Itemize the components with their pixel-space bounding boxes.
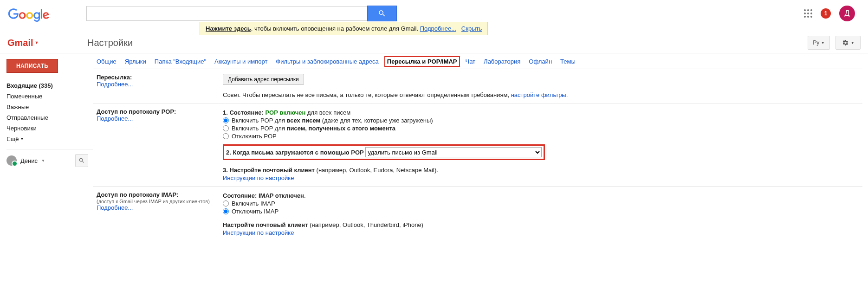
page-title: Настройки [87,38,133,48]
svg-point-1 [807,9,809,11]
imap-sublabel: (доступ к Gmail через IMAP из других кли… [97,199,223,204]
tab-highlight: Пересылка и POP/IMAP [384,56,460,67]
avatar[interactable]: Д [839,6,855,21]
apps-icon[interactable] [804,9,812,18]
hangouts-user[interactable]: Денис [20,157,38,164]
search-icon [378,9,386,18]
sidebar-item-4[interactable]: Черновики [6,123,93,134]
tab-2[interactable]: Папка "Входящие" [155,58,206,65]
imap-state: Состояние: IMAP отключен. [223,192,859,199]
notification-badge[interactable]: 1 [821,8,831,19]
forwarding-tip: Совет. Чтобы пересылать не все письма, а… [223,91,859,98]
svg-point-3 [804,13,806,14]
svg-point-4 [807,13,809,14]
notice-more-link[interactable]: Подробнее... [420,25,456,32]
pop-action-select[interactable]: удалить письмо из Gmail [365,147,542,157]
pop-option-off[interactable]: Отключить POP [223,133,859,140]
gmail-brand[interactable]: Gmail▼ [7,38,86,48]
language-button[interactable]: Ру ▼ [808,36,830,50]
sidebar-item-0[interactable]: Входящие (335) [6,80,93,91]
tab-0[interactable]: Общие [97,58,117,65]
google-logo[interactable] [7,6,77,24]
search-icon [78,157,85,164]
tab-3[interactable]: Аккаунты и импорт [214,58,267,65]
caret-down-icon[interactable]: ▼ [41,159,45,163]
svg-point-2 [810,9,812,11]
caret-down-icon: ▼ [20,137,24,141]
pop-option-now[interactable]: Включить POP для писем, полученных с это… [223,125,859,132]
gear-icon [842,39,849,46]
compose-button[interactable]: НАПИСАТЬ [6,59,58,73]
svg-point-8 [810,16,812,18]
imap-option-off[interactable]: Отключить IMAP [223,208,859,215]
search-button[interactable] [367,6,397,21]
presence-icon [6,155,17,166]
tab-5[interactable]: Пересылка и POP/IMAP [387,58,457,65]
imap-label: Доступ по протоколу IMAP: [97,191,223,198]
forwarding-more-link[interactable]: Подробнее... [97,81,133,88]
sidebar-item-1[interactable]: Помеченные [6,91,93,102]
svg-point-7 [807,16,809,18]
sidebar-item-3[interactable]: Отправленные [6,112,93,123]
add-forward-address-button[interactable]: Добавить адрес пересылки [223,74,304,85]
pop-more-link[interactable]: Подробнее... [97,115,133,122]
sidebar-more[interactable]: Ещё▼ [6,134,93,144]
pop-state: 1. Состояние: POP включен для всех писем [223,109,859,116]
tab-9[interactable]: Темы [560,58,576,65]
tab-6[interactable]: Чат [466,58,476,65]
sidebar-item-2[interactable]: Важные [6,102,93,112]
settings-gear-button[interactable]: ▼ [836,36,861,50]
svg-point-5 [810,13,812,14]
imap-instructions-link[interactable]: Инструкции по настройке [223,229,294,236]
imap-client-config: Настройте почтовый клиент (например, Out… [223,221,859,228]
svg-point-6 [804,16,806,18]
pop-option-all[interactable]: Включить POP для всех писем (даже для те… [223,117,859,124]
caret-down-icon: ▼ [851,41,855,45]
notice-hide-link[interactable]: Скрыть [461,25,482,32]
forwarding-label: Пересылка: [97,74,223,81]
notice-cta[interactable]: Нажмите здесь [206,25,251,32]
hangouts-search-button[interactable] [75,154,88,167]
svg-point-0 [804,9,806,11]
imap-option-on[interactable]: Включить IMAP [223,200,859,207]
imap-more-link[interactable]: Подробнее... [97,204,133,211]
caret-down-icon: ▼ [821,41,825,45]
tab-4[interactable]: Фильтры и заблокированные адреса [276,58,378,65]
pop-instructions-link[interactable]: Инструкции по настройке [223,174,294,181]
pop-action-highlight: 2. Когда письма загружаются с помощью PO… [223,144,545,160]
tab-8[interactable]: Офлайн [529,58,552,65]
caret-down-icon: ▼ [35,40,39,45]
tab-7[interactable]: Лаборатория [484,58,520,65]
desktop-notice: Нажмите здесь, чтобы включить оповещения… [200,22,488,35]
pop-label: Доступ по протоколу POP: [97,108,223,115]
search-input[interactable] [86,6,367,21]
filters-link[interactable]: настройте фильтры [511,91,566,98]
pop-client-config: 3. Настройте почтовый клиент (например, … [223,167,859,174]
tab-1[interactable]: Ярлыки [125,58,146,65]
